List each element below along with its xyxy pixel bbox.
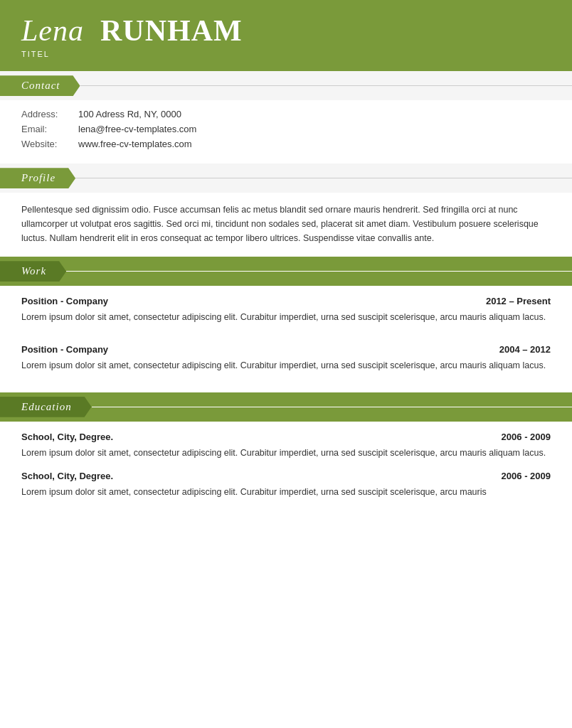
work-content: Position - Company 2012 – Present Lorem … [0, 286, 572, 373]
header-section: Lena Runham Titel [0, 0, 572, 71]
work-badge: Work [0, 261, 66, 282]
email-label: Email: [21, 124, 78, 134]
website-label: Website: [21, 139, 78, 149]
work-item-1-header: Position - Company 2012 – Present [21, 296, 551, 306]
work-description-2: Lorem ipsum dolor sit amet, consectetur … [21, 359, 551, 373]
profile-divider [75, 178, 572, 178]
full-name: Lena Runham [21, 14, 551, 47]
profile-content: Pellentesque sed dignissim odio. Fusce a… [0, 193, 572, 257]
contact-content: Address: 100 Adress Rd, NY, 0000 Email: … [0, 100, 572, 164]
contact-website-row: Website: www.free-cv-templates.com [21, 139, 551, 149]
work-item-1: Position - Company 2012 – Present Lorem … [21, 296, 551, 324]
education-label: Education [21, 401, 72, 412]
resume: Lena Runham Titel Contact Address: 100 A… [0, 0, 572, 728]
work-divider [66, 271, 572, 272]
work-position-1: Position - Company [21, 296, 108, 306]
work-dates-1: 2012 – Present [486, 296, 551, 306]
education-badge: Education [0, 397, 92, 417]
education-section: Education School, City, Degree. 2006 - 2… [0, 392, 572, 521]
contact-address-row: Address: 100 Adress Rd, NY, 0000 [21, 109, 551, 119]
email-value: lena@free-cv-templates.com [78, 124, 196, 134]
education-description-2: Lorem ipsum dolor sit amet, consectetur … [21, 486, 551, 499]
work-label: Work [21, 265, 46, 277]
first-name: Lena [21, 14, 84, 47]
contact-divider [80, 85, 573, 86]
work-description-1: Lorem ipsum dolor sit amet, consectetur … [21, 311, 551, 324]
contact-email-row: Email: lena@free-cv-templates.com [21, 124, 551, 134]
website-value: www.free-cv-templates.com [78, 139, 192, 149]
work-item-2: Position - Company 2004 – 2012 Lorem ips… [21, 344, 551, 373]
education-item-2-header: School, City, Degree. 2006 - 2009 [21, 471, 551, 481]
education-divider [92, 407, 572, 407]
education-dates-2: 2006 - 2009 [502, 471, 551, 481]
work-section: Work Position - Company 2012 – Present L… [0, 257, 572, 373]
education-school-1: School, City, Degree. [21, 432, 113, 442]
education-content: School, City, Degree. 2006 - 2009 Lorem … [0, 422, 572, 521]
education-header-row: Education [0, 392, 572, 422]
work-position-2: Position - Company [21, 344, 108, 355]
education-item-2: School, City, Degree. 2006 - 2009 Lorem … [21, 471, 551, 499]
profile-text: Pellentesque sed dignissim odio. Fusce a… [21, 203, 551, 245]
work-header-row: Work [0, 257, 572, 286]
contact-section: Contact Address: 100 Adress Rd, NY, 0000… [0, 71, 572, 164]
contact-header-row: Contact [0, 71, 572, 100]
address-label: Address: [21, 109, 78, 119]
address-value: 100 Adress Rd, NY, 0000 [78, 109, 181, 119]
education-school-2: School, City, Degree. [21, 471, 113, 481]
contact-badge: Contact [0, 75, 80, 96]
education-description-1: Lorem ipsum dolor sit amet, consectetur … [21, 446, 551, 460]
profile-header-row: Profile [0, 164, 572, 193]
last-name: Runham [100, 14, 243, 47]
work-item-2-header: Position - Company 2004 – 2012 [21, 344, 551, 355]
work-dates-2: 2004 – 2012 [499, 344, 551, 355]
education-dates-1: 2006 - 2009 [502, 432, 551, 442]
education-item-1-header: School, City, Degree. 2006 - 2009 [21, 432, 551, 442]
education-item-1: School, City, Degree. 2006 - 2009 Lorem … [21, 432, 551, 460]
profile-label: Profile [21, 172, 55, 183]
profile-badge: Profile [0, 168, 75, 188]
contact-label: Contact [21, 80, 60, 91]
profile-section: Profile Pellentesque sed dignissim odio.… [0, 164, 572, 257]
job-title: Titel [21, 50, 551, 58]
